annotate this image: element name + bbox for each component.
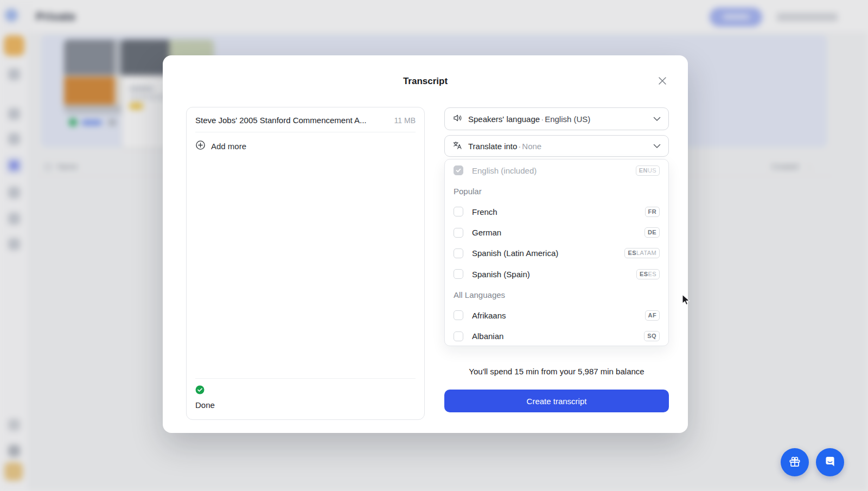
language-badge: FR [645, 207, 660, 217]
language-row-english-included: English (included) ENUS [454, 160, 660, 181]
language-label: Albanian [472, 331, 635, 341]
translate-icon [452, 140, 463, 152]
language-label: French [472, 207, 636, 216]
chat-bubble-icon [823, 454, 837, 470]
language-row-afrikaans[interactable]: Afrikaans AF [454, 305, 660, 326]
section-header-all-languages: All Languages [454, 284, 660, 305]
file-list-card: Steve Jobs' 2005 Stanford Commencement A… [186, 107, 425, 420]
language-badge: SQ [644, 331, 660, 341]
language-row-spanish-latam[interactable]: Spanish (Latin America) ESLATAM [454, 243, 660, 264]
status-label: Done [195, 400, 416, 410]
language-label: English (included) [472, 166, 627, 175]
speakers-language-text: Speakers' language·English (US) [468, 114, 648, 124]
chevron-down-icon [653, 114, 661, 124]
language-row-spanish-spain[interactable]: Spanish (Spain) ESES [454, 264, 660, 284]
screen: Private [0, 0, 868, 491]
gift-button[interactable] [781, 448, 809, 476]
upload-status: Done [187, 379, 424, 419]
transcript-modal: Transcript Steve Jobs' 2005 Stanford Com… [163, 55, 688, 433]
checkbox[interactable] [454, 228, 463, 238]
file-size: 11 MB [394, 116, 416, 125]
language-badge: AF [645, 310, 660, 321]
gift-icon [788, 454, 802, 470]
language-dropdown-panel: English (included) ENUS Popular French F… [444, 159, 669, 346]
translate-into-text: Translate into·None [468, 142, 648, 151]
file-name: Steve Jobs' 2005 Stanford Commencement A… [195, 116, 390, 125]
language-row-french[interactable]: French FR [454, 201, 660, 222]
checkbox[interactable] [454, 248, 463, 258]
check-circle-icon [195, 387, 205, 396]
speakers-language-select[interactable]: Speakers' language·English (US) [444, 107, 669, 130]
language-label: Spanish (Spain) [472, 270, 628, 279]
language-badge: ESLATAM [624, 248, 660, 258]
chat-button[interactable] [816, 448, 844, 476]
section-header-popular: Popular [454, 181, 660, 201]
modal-title: Transcript [163, 76, 688, 87]
checkbox[interactable] [454, 331, 463, 341]
checkbox[interactable] [454, 310, 463, 320]
language-label: Afrikaans [472, 311, 636, 320]
language-row-albanian[interactable]: Albanian SQ [454, 326, 660, 347]
chevron-down-icon [653, 141, 661, 151]
translate-into-select[interactable]: Translate into·None [444, 135, 669, 157]
file-row[interactable]: Steve Jobs' 2005 Stanford Commencement A… [187, 107, 424, 132]
close-icon[interactable] [656, 75, 668, 87]
spacer [187, 160, 424, 378]
add-more-label: Add more [211, 142, 246, 151]
language-badge: ESES [636, 269, 660, 279]
language-row-german[interactable]: German DE [454, 222, 660, 243]
add-more-button[interactable]: Add more [187, 132, 424, 160]
checkbox[interactable] [454, 269, 463, 279]
language-label: Spanish (Latin America) [472, 248, 616, 258]
create-transcript-button[interactable]: Create transcript [444, 390, 669, 412]
balance-text: You'll spend 15 min from your 5,987 min … [444, 367, 669, 376]
speaker-icon [452, 113, 463, 125]
checkbox[interactable] [454, 207, 463, 216]
language-badge: ENUS [636, 165, 660, 176]
checkbox-checked-disabled [454, 165, 463, 175]
language-label: German [472, 228, 636, 237]
language-badge: DE [644, 227, 660, 238]
plus-circle-icon [195, 140, 206, 152]
